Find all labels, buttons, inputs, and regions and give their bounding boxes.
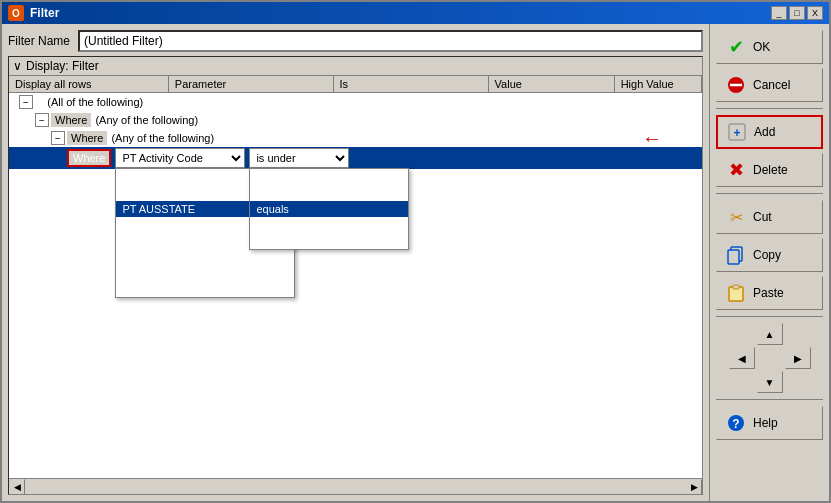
field-dropdown-wrapper: PT Activity Code PT Activity Code PT Aus… xyxy=(115,148,245,168)
op-item-4[interactable]: is under xyxy=(250,233,408,249)
nav-down-button[interactable]: ▼ xyxy=(757,371,783,393)
main-area: Filter Name ∨ Display: Filter Display al… xyxy=(2,24,709,501)
row-label-0: (All of the following) xyxy=(35,96,143,108)
scroll-right-btn[interactable]: ▶ xyxy=(686,479,702,495)
delete-label: Delete xyxy=(753,163,788,177)
copy-pages-icon xyxy=(726,245,746,265)
nav-spacer-4 xyxy=(785,371,811,393)
table-row-selected: Where PT Activity Code PT Activity Code … xyxy=(9,147,702,169)
table-row: − Where (Any of the following) ← xyxy=(9,129,702,147)
nav-spacer-3 xyxy=(729,371,755,393)
cancel-icon xyxy=(725,74,747,96)
nav-spacer xyxy=(729,323,755,345)
nav-row-middle: ◀ ▶ xyxy=(716,347,823,369)
minimize-button[interactable]: _ xyxy=(771,6,787,20)
help-label: Help xyxy=(753,416,778,430)
expand-btn-2[interactable]: − xyxy=(51,131,65,145)
row-sublabel-1: (Any of the following) xyxy=(95,114,198,126)
cancel-label: Cancel xyxy=(753,78,790,92)
add-icon: + xyxy=(726,121,748,143)
table-header: Display all rows Parameter Is Value High… xyxy=(9,76,702,93)
help-icon: ? xyxy=(725,412,747,434)
svg-text:+: + xyxy=(733,126,740,140)
divider-3 xyxy=(716,316,823,317)
copy-icon xyxy=(725,244,747,266)
content-area: Filter Name ∨ Display: Filter Display al… xyxy=(2,24,829,501)
question-icon: ? xyxy=(726,413,746,433)
nav-group: ▲ ◀ ▶ ▼ xyxy=(716,323,823,393)
nav-right-button[interactable]: ▶ xyxy=(785,347,811,369)
scissors-icon: ✂ xyxy=(730,208,743,227)
operator-dropdown-list: contains does not contain equals is not … xyxy=(249,168,409,250)
operator-dropdown-wrapper: is under contains does not contain equal… xyxy=(249,148,349,168)
expand-btn-1[interactable]: − xyxy=(35,113,49,127)
maximize-button[interactable]: □ xyxy=(789,6,805,20)
field-item-5[interactable]: PT Deployment Engine xyxy=(116,249,294,265)
operator-select[interactable]: is under xyxy=(249,148,349,168)
op-item-1[interactable]: does not contain xyxy=(250,185,408,201)
copy-button[interactable]: Copy xyxy=(716,238,823,272)
svg-rect-7 xyxy=(733,285,739,289)
ok-button[interactable]: ✔ OK xyxy=(716,30,823,64)
plus-icon: + xyxy=(727,122,747,142)
nav-row-bottom: ▼ xyxy=(716,371,823,393)
cut-icon: ✂ xyxy=(725,206,747,228)
op-item-3[interactable]: is not equal to xyxy=(250,217,408,233)
display-header: ∨ Display: Filter xyxy=(9,57,702,76)
field-item-6[interactable]: PT External Company xyxy=(116,265,294,281)
scroll-left-btn[interactable]: ◀ xyxy=(9,479,25,495)
op-item-0[interactable]: contains xyxy=(250,169,408,185)
display-arrow-icon: ∨ xyxy=(13,59,22,73)
nav-spacer-2 xyxy=(785,323,811,345)
expand-btn-0[interactable]: − xyxy=(19,95,33,109)
svg-text:?: ? xyxy=(732,417,739,431)
title-controls: _ □ X xyxy=(771,6,823,20)
filter-name-input[interactable] xyxy=(78,30,703,52)
row-sublabel-2: (Any of the following) xyxy=(111,132,214,144)
col-is: Is xyxy=(334,76,489,92)
table-body: − (All of the following) − Where (Any of… xyxy=(9,93,702,478)
add-button[interactable]: + Add xyxy=(716,115,823,149)
cancel-button[interactable]: Cancel xyxy=(716,68,823,102)
divider-4 xyxy=(716,399,823,400)
nav-left-button[interactable]: ◀ xyxy=(729,347,755,369)
where-label-1: Where xyxy=(51,113,91,127)
nav-row-top: ▲ xyxy=(716,323,823,345)
ok-label: OK xyxy=(753,40,770,54)
add-label: Add xyxy=(754,125,775,139)
ok-icon: ✔ xyxy=(725,36,747,58)
app-icon: O xyxy=(8,5,24,21)
sidebar: ✔ OK Cancel xyxy=(709,24,829,501)
help-button[interactable]: ? Help xyxy=(716,406,823,440)
nav-up-button[interactable]: ▲ xyxy=(757,323,783,345)
horizontal-scrollbar: ◀ ▶ xyxy=(9,478,702,494)
table-row: − Where (Any of the following) xyxy=(9,111,702,129)
checkmark-icon: ✔ xyxy=(729,36,744,58)
col-display: Display all rows xyxy=(9,76,169,92)
cut-button[interactable]: ✂ Cut xyxy=(716,200,823,234)
filter-name-label: Filter Name xyxy=(8,34,70,48)
delete-icon: ✖ xyxy=(725,159,747,181)
op-item-2[interactable]: equals xyxy=(250,201,408,217)
cut-label: Cut xyxy=(753,210,772,224)
paste-icon xyxy=(725,282,747,304)
title-bar: O Filter _ □ X xyxy=(2,2,829,24)
close-button[interactable]: X xyxy=(807,6,823,20)
nav-center xyxy=(757,347,783,369)
filter-window: O Filter _ □ X Filter Name ∨ Display: Fi… xyxy=(0,0,831,503)
scroll-track[interactable] xyxy=(25,479,686,494)
filter-name-row: Filter Name xyxy=(8,30,703,52)
field-select[interactable]: PT Activity Code xyxy=(115,148,245,168)
svg-rect-5 xyxy=(728,250,739,264)
paste-button[interactable]: Paste xyxy=(716,276,823,310)
table-row: − (All of the following) xyxy=(9,93,702,111)
field-item-7[interactable]: PT Mainteance Priority xyxy=(116,281,294,297)
x-icon: ✖ xyxy=(729,159,744,181)
col-value: Value xyxy=(489,76,615,92)
divider-1 xyxy=(716,108,823,109)
col-high-value: High Value xyxy=(615,76,702,92)
delete-button[interactable]: ✖ Delete xyxy=(716,153,823,187)
clipboard-icon xyxy=(726,283,746,303)
display-header-text: Display: Filter xyxy=(26,59,99,73)
col-parameter: Parameter xyxy=(169,76,334,92)
